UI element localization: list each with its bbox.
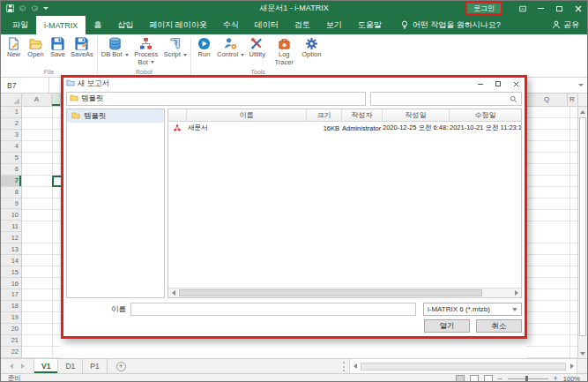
row-header-13[interactable]: 13 xyxy=(1,243,21,255)
row-header-14[interactable]: 14 xyxy=(1,255,21,266)
menu-tab--[interactable]: 보기 xyxy=(318,16,350,34)
customize-qat-chevron-icon[interactable] xyxy=(43,7,48,10)
ribbon-button-open[interactable]: Open xyxy=(25,36,47,60)
tell-me[interactable]: 어떤 작업을 원하시나요? xyxy=(400,16,501,34)
scroll-right-icon[interactable] xyxy=(511,288,521,298)
ribbon-display-options-icon[interactable] xyxy=(513,1,532,16)
vertical-scrollbar[interactable] xyxy=(577,107,587,358)
path-breadcrumb[interactable]: 템플릿 xyxy=(66,92,366,106)
search-input[interactable] xyxy=(370,92,522,106)
ribbon-button-script[interactable]: Script xyxy=(162,36,189,60)
column-header-q[interactable]: Q xyxy=(525,94,568,106)
ribbon-button-option[interactable]: Option xyxy=(300,36,323,60)
normal-view-icon[interactable] xyxy=(456,375,465,382)
scroll-thumb[interactable] xyxy=(179,289,482,296)
list-column-author[interactable]: 작성자 xyxy=(341,109,382,121)
zoom-out-icon[interactable]: – xyxy=(498,375,502,382)
hscroll-right-icon[interactable] xyxy=(567,362,577,371)
row-header-9[interactable]: 9 xyxy=(1,198,21,210)
row-header-10[interactable]: 10 xyxy=(1,209,21,221)
row-header-17[interactable]: 17 xyxy=(1,289,21,301)
expand-formula-bar-icon[interactable] xyxy=(575,78,587,93)
row-header-15[interactable]: 15 xyxy=(1,266,21,278)
ribbon-button-log-tracer[interactable]: Log Tracer xyxy=(268,36,300,67)
row-header-4[interactable]: 4 xyxy=(1,141,21,153)
file-name-input[interactable] xyxy=(130,303,416,316)
vscroll-up-icon[interactable] xyxy=(580,107,585,116)
ribbon-button-saveas[interactable]: SaveAs xyxy=(69,36,95,60)
page-break-view-icon[interactable] xyxy=(484,375,493,382)
hscroll-left-icon[interactable] xyxy=(350,362,360,371)
active-cell-b7[interactable] xyxy=(52,176,61,187)
grid-area-right[interactable] xyxy=(527,107,579,358)
menu-tab-i-matrix[interactable]: i-MATRIX xyxy=(36,16,86,34)
row-header-3[interactable]: 3 xyxy=(1,130,21,141)
menu-tab--[interactable]: 도움말 xyxy=(350,16,390,34)
vscroll-down-icon[interactable] xyxy=(580,348,585,358)
row-header-5[interactable]: 5 xyxy=(1,153,21,164)
tab-scrollbar-splitter[interactable] xyxy=(343,362,346,371)
close-icon[interactable] xyxy=(569,1,587,16)
ribbon-button-control[interactable]: Control xyxy=(215,36,246,60)
open-button[interactable]: 열기 xyxy=(424,319,470,333)
login-button[interactable]: 로그인 xyxy=(465,2,502,15)
row-header-8[interactable]: 8 xyxy=(1,187,21,198)
share-button[interactable]: 공유 xyxy=(552,16,579,34)
row-header-7[interactable]: 7 xyxy=(1,176,21,187)
row-header-19[interactable]: 19 xyxy=(1,312,21,324)
row-header-12[interactable]: 12 xyxy=(1,232,21,243)
ribbon-button-save[interactable]: Save xyxy=(47,36,69,60)
menu-tab--[interactable]: 삽입 xyxy=(109,16,141,34)
row-header-18[interactable]: 18 xyxy=(1,301,21,312)
undo-icon[interactable] xyxy=(19,4,26,12)
minimize-icon[interactable] xyxy=(532,1,550,16)
sheet-tab-p1[interactable]: P1 xyxy=(83,359,107,373)
zoom-in-icon[interactable]: + xyxy=(554,375,558,382)
row-header-1[interactable]: 1 xyxy=(1,107,21,118)
list-column-name[interactable]: 이름 xyxy=(186,109,306,121)
dialog-maximize-icon[interactable] xyxy=(489,78,507,90)
column-header-b-sliver[interactable] xyxy=(52,94,61,106)
row-header-2[interactable]: 2 xyxy=(1,118,21,130)
menu-tab--[interactable]: 검토 xyxy=(287,16,318,34)
file-row[interactable]: 새문서16KBAdministrator2020-12-25 오전 6:48:3… xyxy=(168,122,521,134)
grid-area-left[interactable] xyxy=(22,107,61,358)
column-header-a[interactable]: A xyxy=(22,94,52,106)
row-header-11[interactable]: 11 xyxy=(1,221,21,232)
row-header-6[interactable]: 6 xyxy=(1,164,21,176)
row-header-16[interactable]: 16 xyxy=(1,278,21,289)
row-header-21[interactable]: 21 xyxy=(1,335,21,347)
tree-item-0[interactable]: 템플릿 xyxy=(67,109,164,123)
cancel-button[interactable]: 취소 xyxy=(476,319,522,333)
ribbon-button-process-bot[interactable]: Process Bot xyxy=(130,36,162,67)
scroll-left-icon[interactable] xyxy=(168,288,178,298)
list-horizontal-scrollbar[interactable] xyxy=(168,288,521,297)
ribbon-button-run[interactable]: Run xyxy=(193,36,215,60)
sheet-tab-d1[interactable]: D1 xyxy=(58,359,83,373)
dialog-close-icon[interactable] xyxy=(507,78,525,90)
vscroll-thumb[interactable] xyxy=(579,117,586,336)
ribbon-button-db-bot[interactable]: DB Bot xyxy=(100,36,130,60)
menu-tab--[interactable]: 데이터 xyxy=(247,16,287,34)
add-sheet-button[interactable]: + xyxy=(116,362,126,371)
page-layout-view-icon[interactable] xyxy=(470,375,479,382)
menu-tab--[interactable]: 파일 xyxy=(4,16,36,34)
dialog-minimize-icon[interactable] xyxy=(472,78,489,90)
hscroll-thumb[interactable] xyxy=(361,363,566,371)
ribbon-button-new[interactable]: New xyxy=(3,36,25,60)
next-sheet-icon[interactable] xyxy=(21,363,25,369)
sheet-horizontal-scrollbar[interactable] xyxy=(349,359,577,373)
list-column-modified[interactable]: 수정일 xyxy=(449,109,521,121)
sheet-tab-v1[interactable]: V1 xyxy=(33,359,58,373)
menu-tab--[interactable]: 페이지 레이아웃 xyxy=(141,16,215,34)
prev-sheet-icon[interactable] xyxy=(10,363,13,369)
file-type-select[interactable]: i-MATRIX 6 (*.mtzb) xyxy=(423,303,522,316)
row-header-20[interactable]: 20 xyxy=(1,324,21,335)
zoom-slider-handle[interactable] xyxy=(525,376,528,382)
menu-tab--[interactable]: 홈 xyxy=(86,16,109,34)
select-all-corner[interactable] xyxy=(1,94,22,106)
redo-icon[interactable] xyxy=(31,4,39,12)
list-column-created[interactable]: 작성일 xyxy=(382,109,449,121)
zoom-slider[interactable] xyxy=(508,378,548,379)
column-header-r[interactable]: R xyxy=(568,94,577,106)
